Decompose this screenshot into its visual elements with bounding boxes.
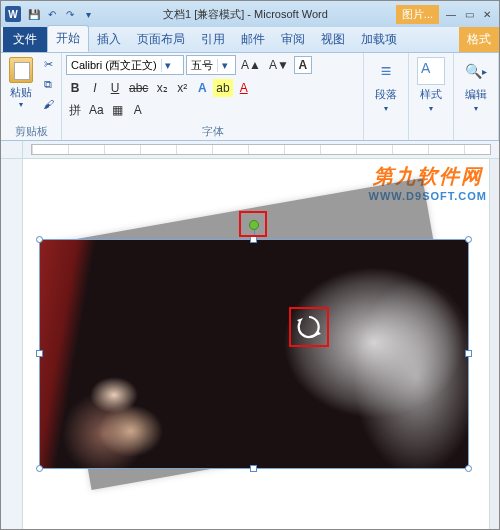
tab-addins[interactable]: 加载项: [353, 27, 405, 52]
tab-view[interactable]: 视图: [313, 27, 353, 52]
dropdown-icon[interactable]: ▾: [217, 59, 231, 72]
styles-icon: [417, 57, 445, 85]
font-name-combo[interactable]: Calibri (西文正文)▾: [66, 55, 184, 75]
tab-mailings[interactable]: 邮件: [233, 27, 273, 52]
minimize-button[interactable]: —: [443, 7, 459, 21]
horizontal-ruler[interactable]: [1, 141, 499, 159]
word-app-icon: W: [5, 6, 21, 22]
close-button[interactable]: ✕: [479, 7, 495, 21]
document-page[interactable]: 第九软件网 WWW.D9SOFT.COM: [23, 159, 499, 530]
vertical-scrollbar[interactable]: [489, 159, 499, 530]
paste-button[interactable]: 粘贴 ▾: [5, 55, 37, 111]
paste-icon: [9, 57, 33, 83]
dropdown-icon[interactable]: ▾: [384, 104, 388, 113]
text-effects-button[interactable]: A: [193, 79, 211, 97]
bold-button[interactable]: B: [66, 79, 84, 97]
image-selection-box: [39, 239, 469, 469]
italic-button[interactable]: I: [86, 79, 104, 97]
file-tab[interactable]: 文件: [3, 27, 47, 52]
copy-button[interactable]: ⧉: [39, 75, 57, 93]
tab-insert[interactable]: 插入: [89, 27, 129, 52]
paragraph-icon: ≡: [372, 57, 400, 85]
superscript-button[interactable]: x²: [173, 79, 191, 97]
rotate-cursor-icon: [295, 313, 323, 341]
paragraph-button[interactable]: ≡ 段落 ▾: [368, 55, 404, 115]
find-icon: 🔍▸: [462, 57, 490, 85]
dropdown-icon[interactable]: ▾: [429, 104, 433, 113]
dropdown-icon[interactable]: ▾: [161, 59, 175, 72]
dropdown-icon[interactable]: ▾: [474, 104, 478, 113]
tab-references[interactable]: 引用: [193, 27, 233, 52]
char-border-button[interactable]: ▦: [109, 101, 127, 119]
char-bg-button[interactable]: A: [129, 101, 147, 119]
group-label-clipboard: 剪贴板: [5, 122, 57, 140]
font-color-button[interactable]: A: [235, 79, 253, 97]
annotation-rotation-handle: [239, 211, 267, 237]
strike-button[interactable]: abc: [126, 79, 151, 97]
styles-button[interactable]: 样式 ▾: [413, 55, 449, 115]
tab-home[interactable]: 开始: [47, 25, 89, 52]
maximize-button[interactable]: ▭: [461, 7, 477, 21]
clear-format-button[interactable]: A: [294, 56, 312, 74]
qat-save-icon[interactable]: 💾: [27, 7, 41, 21]
tab-picture-format[interactable]: 格式: [459, 27, 499, 52]
phonetic-button[interactable]: 拼: [66, 101, 84, 119]
qat-redo-icon[interactable]: ↷: [63, 7, 77, 21]
contextual-tab-header: 图片...: [396, 5, 439, 24]
vertical-ruler[interactable]: [1, 159, 23, 530]
change-case-button[interactable]: Aa: [86, 101, 107, 119]
highlight-button[interactable]: ab: [213, 79, 232, 97]
underline-button[interactable]: U: [106, 79, 124, 97]
shrink-font-button[interactable]: A▼: [266, 56, 292, 74]
cut-button[interactable]: ✂: [39, 55, 57, 73]
tab-layout[interactable]: 页面布局: [129, 27, 193, 52]
window-title: 文档1 [兼容模式] - Microsoft Word: [95, 7, 396, 22]
grow-font-button[interactable]: A▲: [238, 56, 264, 74]
subscript-button[interactable]: x₂: [153, 79, 171, 97]
dropdown-icon[interactable]: ▾: [19, 100, 23, 109]
format-painter-button[interactable]: 🖌: [39, 95, 57, 113]
qat-more-icon[interactable]: ▾: [81, 7, 95, 21]
editing-button[interactable]: 🔍▸ 编辑 ▾: [458, 55, 494, 115]
qat-undo-icon[interactable]: ↶: [45, 7, 59, 21]
tab-review[interactable]: 审阅: [273, 27, 313, 52]
font-size-combo[interactable]: 五号▾: [186, 55, 236, 75]
group-label-font: 字体: [66, 122, 359, 140]
